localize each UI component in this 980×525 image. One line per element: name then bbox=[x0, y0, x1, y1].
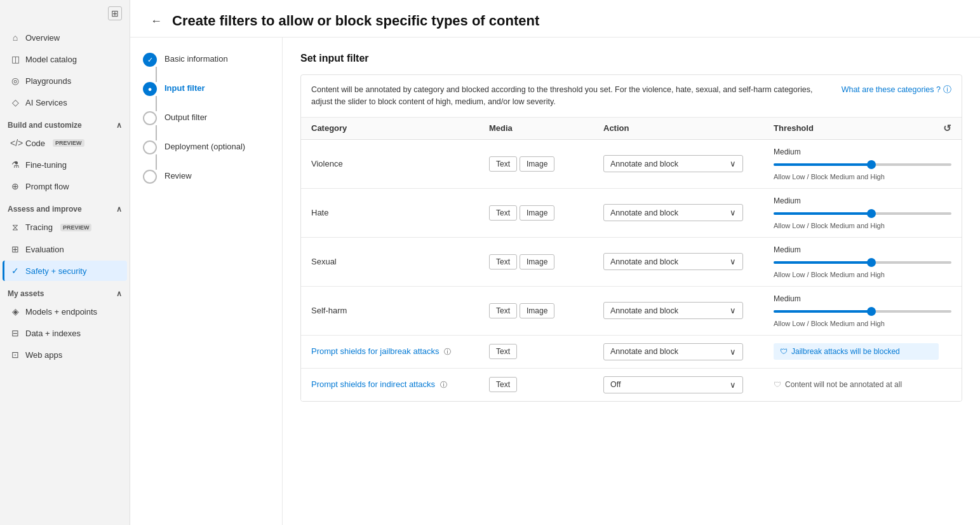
filter-content: Set input filter Content will be annotat… bbox=[283, 38, 980, 525]
slider-hate[interactable] bbox=[774, 208, 951, 219]
shield-icon: 🛡 bbox=[780, 347, 788, 356]
action-dropdown-jailbreak[interactable]: Annotate and block ∨ bbox=[603, 343, 743, 360]
info-text-content: Content will be annotated by category an… bbox=[311, 84, 831, 108]
media-image-self-harm[interactable]: Image bbox=[520, 303, 554, 318]
sidebar-item-ai-services[interactable]: ◇ AI Services bbox=[3, 92, 127, 112]
sidebar-item-safety-security[interactable]: ✓ Safety + security bbox=[3, 261, 127, 281]
page-header: ← Create filters to allow or block speci… bbox=[130, 0, 980, 38]
threshold-label-violence: Medium bbox=[774, 147, 951, 156]
action-dropdown-self-harm[interactable]: Annotate and block ∨ bbox=[603, 302, 743, 319]
category-indirect[interactable]: Prompt shields for indirect attacks ⓘ bbox=[311, 379, 489, 390]
media-text-hate[interactable]: Text bbox=[489, 205, 517, 221]
what-link[interactable]: What are these categories ? ⓘ bbox=[842, 84, 951, 96]
step-circle-input: ● bbox=[143, 82, 157, 96]
media-text-jailbreak[interactable]: Text bbox=[489, 344, 517, 359]
table-row-indirect: Prompt shields for indirect attacks ⓘ Te… bbox=[301, 369, 962, 401]
sidebar-item-label: Fine-tuning bbox=[25, 160, 67, 170]
action-dropdown-violence[interactable]: Annotate and block ∨ bbox=[603, 155, 743, 172]
threshold-label-self-harm: Medium bbox=[774, 294, 951, 303]
sidebar-item-code[interactable]: </> Code PREVIEW bbox=[3, 133, 127, 153]
jailbreak-status: 🛡 Jailbreak attacks will be blocked bbox=[774, 343, 939, 360]
shield-icon-indirect: 🛡 bbox=[774, 380, 781, 389]
dropdown-chevron-icon: ∨ bbox=[730, 380, 736, 390]
media-hate: Text Image bbox=[489, 205, 603, 221]
threshold-hint-self-harm: Allow Low / Block Medium and High bbox=[774, 320, 951, 327]
sidebar-item-label: Web apps bbox=[25, 350, 62, 360]
action-dropdown-hate[interactable]: Annotate and block ∨ bbox=[603, 204, 743, 221]
sidebar-item-tracing[interactable]: ⧖ Tracing PREVIEW bbox=[3, 217, 127, 238]
action-dropdown-sexual[interactable]: Annotate and block ∨ bbox=[603, 253, 743, 270]
build-section-header[interactable]: Build and customize ∧ bbox=[0, 116, 130, 132]
sidebar-item-playgrounds[interactable]: ◎ Playgrounds bbox=[3, 71, 127, 91]
media-image-hate[interactable]: Image bbox=[520, 205, 554, 221]
reset-threshold-button[interactable]: ↺ bbox=[943, 123, 951, 134]
slider-sexual[interactable] bbox=[774, 257, 951, 268]
threshold-violence: Medium Allow Low / Block Medium and High bbox=[774, 147, 951, 181]
sidebar: ⊞ ⌂ Overview ◫ Model catalog ◎ Playgroun… bbox=[0, 0, 130, 525]
dropdown-chevron-icon: ∨ bbox=[730, 208, 736, 217]
main-content: ← Create filters to allow or block speci… bbox=[130, 0, 980, 525]
table-row-jailbreak: Prompt shields for jailbreak attacks ⓘ T… bbox=[301, 336, 962, 369]
sidebar-item-web-apps[interactable]: ⊡ Web apps bbox=[3, 344, 127, 365]
media-image-violence[interactable]: Image bbox=[520, 156, 554, 172]
sidebar-item-models-endpoints[interactable]: ◈ Models + endpoints bbox=[3, 301, 127, 322]
sidebar-item-label: Prompt flow bbox=[25, 182, 69, 191]
sidebar-item-label: Overview bbox=[25, 33, 60, 43]
slider-violence[interactable] bbox=[774, 159, 951, 170]
step-basic-information[interactable]: ✓ Basic information bbox=[143, 53, 269, 82]
dropdown-chevron-icon: ∨ bbox=[730, 347, 736, 357]
media-text-violence[interactable]: Text bbox=[489, 156, 517, 172]
assets-section-header[interactable]: My assets ∧ bbox=[0, 284, 130, 301]
slider-self-harm[interactable] bbox=[774, 306, 951, 317]
col-action: Action bbox=[603, 123, 774, 133]
back-button[interactable]: ← bbox=[148, 15, 164, 28]
info-text-row: Content will be annotated by category an… bbox=[301, 75, 962, 118]
playground-icon: ◎ bbox=[10, 76, 20, 86]
sidebar-item-data-indexes[interactable]: ⊟ Data + indexes bbox=[3, 323, 127, 343]
home-icon: ⌂ bbox=[10, 32, 20, 43]
sidebar-item-fine-tuning[interactable]: ⚗ Fine-tuning bbox=[3, 154, 127, 175]
threshold-hate: Medium Allow Low / Block Medium and High bbox=[774, 196, 951, 229]
threshold-label-sexual: Medium bbox=[774, 245, 951, 254]
step-output-filter[interactable]: Output filter bbox=[143, 111, 269, 140]
step-input-filter[interactable]: ● Input filter bbox=[143, 82, 269, 111]
safety-icon: ✓ bbox=[10, 266, 20, 276]
page-title: Create filters to allow or block specifi… bbox=[172, 13, 539, 29]
step-deployment[interactable]: Deployment (optional) bbox=[143, 140, 269, 170]
fine-tuning-icon: ⚗ bbox=[10, 160, 20, 170]
step-review[interactable]: Review bbox=[143, 170, 269, 184]
sidebar-item-overview[interactable]: ⌂ Overview bbox=[3, 27, 127, 48]
assess-section-header[interactable]: Assess and improve ∧ bbox=[0, 200, 130, 216]
category-hate: Hate bbox=[311, 208, 489, 217]
sidebar-item-prompt-flow[interactable]: ⊕ Prompt flow bbox=[3, 176, 127, 196]
web-apps-icon: ⊡ bbox=[10, 350, 20, 360]
threshold-label-hate: Medium bbox=[774, 196, 951, 205]
sidebar-toggle-button[interactable]: ⊞ bbox=[108, 6, 122, 20]
category-self-harm: Self-harm bbox=[311, 306, 489, 315]
media-sexual: Text Image bbox=[489, 254, 603, 269]
step-label-deployment: Deployment (optional) bbox=[164, 140, 245, 151]
action-dropdown-indirect[interactable]: Off ∨ bbox=[603, 376, 743, 393]
media-text-self-harm[interactable]: Text bbox=[489, 303, 517, 318]
media-image-sexual[interactable]: Image bbox=[520, 254, 554, 269]
category-violence: Violence bbox=[311, 159, 489, 168]
sidebar-item-label: Data + indexes bbox=[25, 329, 81, 338]
media-text-indirect[interactable]: Text bbox=[489, 377, 517, 392]
sidebar-item-label: Code bbox=[25, 139, 45, 148]
indirect-status: 🛡 Content will not be annotated at all bbox=[774, 376, 951, 393]
table-row-hate: Hate Text Image Annotate and block ∨ Med… bbox=[301, 189, 962, 238]
threshold-sexual: Medium Allow Low / Block Medium and High bbox=[774, 245, 951, 278]
sidebar-item-label: Evaluation bbox=[25, 245, 64, 254]
sidebar-item-model-catalog[interactable]: ◫ Model catalog bbox=[3, 49, 127, 69]
sidebar-item-evaluation[interactable]: ⊞ Evaluation bbox=[3, 239, 127, 259]
catalog-icon: ◫ bbox=[10, 54, 20, 64]
col-threshold: Threshold ↺ bbox=[774, 123, 951, 134]
threshold-hint-hate: Allow Low / Block Medium and High bbox=[774, 222, 951, 229]
content-area: ✓ Basic information ● Input filter Outpu… bbox=[130, 38, 980, 525]
filter-table: Content will be annotated by category an… bbox=[300, 74, 962, 402]
sidebar-item-label: Tracing bbox=[25, 222, 53, 232]
category-jailbreak[interactable]: Prompt shields for jailbreak attacks ⓘ bbox=[311, 346, 489, 357]
category-sexual: Sexual bbox=[311, 257, 489, 266]
media-text-sexual[interactable]: Text bbox=[489, 254, 517, 269]
steps-panel: ✓ Basic information ● Input filter Outpu… bbox=[130, 38, 283, 525]
